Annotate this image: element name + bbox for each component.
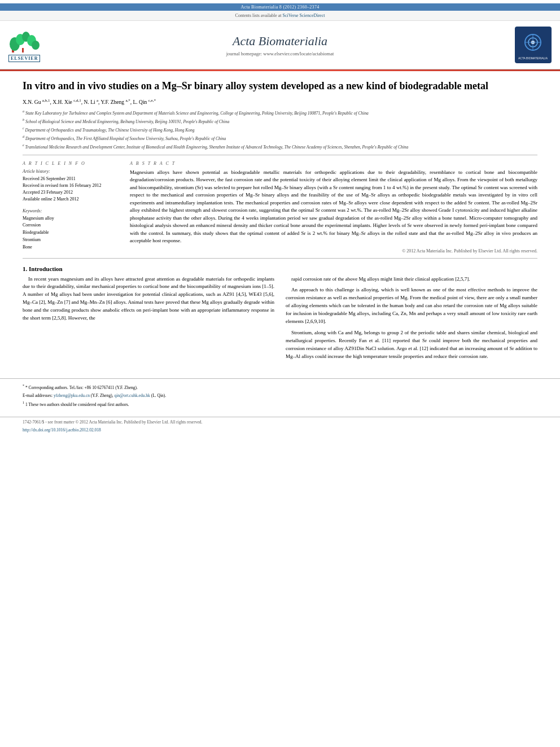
email-link-2[interactable]: qin@ort.cuhk.edu.hk	[114, 393, 150, 398]
keywords-list: Magnesium alloy Corrosion Biodegradable …	[23, 215, 121, 251]
affil-sup-b: c,d,1	[73, 98, 81, 103]
keyword-5: Bone	[23, 244, 121, 251]
keyword-2: Corrosion	[23, 222, 121, 229]
journal-volume-info: Acta Biomaterialia 8 (2012) 2360–2374	[240, 5, 319, 10]
doi-link[interactable]: http://dx.doi.org/10.1016/j.actbio.2012.…	[23, 427, 101, 433]
received-date: Received 26 September 2011	[23, 176, 121, 182]
intro-paragraph-2: rapid corrosion rate of the above Mg all…	[286, 276, 537, 283]
footnotes-area: * * Corresponding authors. Tel./fax: +86…	[0, 378, 560, 414]
keyword-1: Magnesium alloy	[23, 215, 121, 222]
affil-text-b: School of Biological Science and Medical…	[25, 119, 229, 124]
affil-text-d: Department of Orthopaedics, The First Af…	[25, 136, 226, 141]
email-link-1[interactable]: yfzheng@pku.edu.cn	[54, 393, 90, 398]
journal-homepage: journal homepage: www.elsevier.com/locat…	[59, 51, 501, 56]
affil-key-b: b	[23, 118, 24, 121]
affil-sup-d: a,*	[125, 98, 130, 103]
journal-title-area: Acta Biomaterialia journal homepage: www…	[59, 34, 501, 56]
journal-logo-right: ACTA BIOMATERIALIA	[501, 27, 552, 63]
intro-paragraph-1: In recent years magnesium and its alloys…	[23, 276, 274, 323]
svg-point-5	[32, 41, 40, 50]
affil-key-d: d	[23, 135, 24, 138]
intro-paragraph-4: Strontium, along with Ca and Mg, belongs…	[286, 329, 537, 361]
divider-1	[23, 155, 537, 155]
abstract-label: A B S T R A C T	[130, 161, 537, 166]
revised-date: Received in revised form 16 February 201…	[23, 182, 121, 189]
intro-paragraph-3: An approach to this challenge is alloyin…	[286, 286, 537, 326]
copyright: © 2012 Acta Materialia Inc. Published by…	[130, 248, 537, 254]
intro-text-col1: In recent years magnesium and its alloys…	[23, 276, 274, 323]
doi-area: http://dx.doi.org/10.1016/j.actbio.2012.…	[0, 427, 560, 437]
journal-title: Acta Biomaterialia	[59, 34, 501, 49]
article-info-label: A R T I C L E I N F O	[23, 161, 121, 166]
elsevier-logo-area: ELSEVIER	[8, 28, 59, 62]
introduction-body: In recent years magnesium and its alloys…	[23, 276, 537, 364]
affil-key-c: c	[23, 126, 24, 130]
sciverse-link[interactable]: SciVerse ScienceDirect	[283, 13, 325, 18]
svg-rect-6	[22, 48, 24, 53]
affil-item-c: c Department of Orthopaedics and Traumat…	[23, 126, 537, 133]
introduction-heading: 1. Introduction	[23, 265, 537, 272]
info-abstract-section: A R T I C L E I N F O Article history: R…	[23, 161, 537, 254]
footnote-3: 1 1 These two authors should be consider…	[23, 400, 537, 408]
affil-item-a: a State Key Laboratory for Turbulence an…	[23, 109, 537, 116]
page: Acta Biomaterialia 8 (2012) 2360–2374 Co…	[0, 0, 560, 437]
available-date: Available online 2 March 2012	[23, 196, 121, 203]
article-content: In vitro and in vivo studies on a Mg–Sr …	[0, 71, 560, 373]
keywords-label: Keywords:	[23, 208, 121, 213]
divider-2	[23, 258, 537, 259]
svg-text:ACTA BIOMATERIALIA: ACTA BIOMATERIALIA	[518, 56, 548, 60]
article-info-column: A R T I C L E I N F O Article history: R…	[23, 161, 121, 254]
affil-item-e: e Translational Medicine Research and De…	[23, 143, 537, 150]
affil-sup-a: a,b,1	[42, 98, 50, 103]
affil-item-d: d Department of Orthopaedics, The First …	[23, 134, 537, 142]
keyword-4: Strontium	[23, 237, 121, 244]
abstract-text: Magnesium alloys have shown potential as…	[130, 169, 537, 245]
journal-top-bar: Acta Biomaterialia 8 (2012) 2360–2374	[0, 3, 560, 11]
acta-biomaterialia-icon: ACTA BIOMATERIALIA	[515, 27, 552, 63]
affil-key-a: a	[23, 110, 24, 113]
sciverse-bar: Contents lists available at SciVerse Sci…	[0, 11, 560, 21]
affiliations: a State Key Laboratory for Turbulence an…	[23, 109, 537, 150]
footnote-sup-1: 1	[23, 401, 24, 404]
affil-item-b: b School of Biological Science and Medic…	[23, 117, 537, 125]
affil-sup-c: a	[97, 98, 98, 103]
footer-issn: 1742-7061/$ - see front matter © 2012 Ac…	[23, 420, 202, 425]
elsevier-tree-icon	[9, 28, 40, 54]
sciverse-label: Contents lists available at	[235, 13, 282, 18]
article-authors: X.N. Gu a,b,1, X.H. Xie c,d,1, N. Li a, …	[23, 98, 537, 105]
abstract-column: A B S T R A C T Magnesium alloys have sh…	[130, 161, 537, 254]
footnote-1: * * Corresponding authors. Tel./fax: +86…	[23, 383, 537, 391]
affil-text-c: Department of Orthopaedics and Traumatol…	[25, 127, 195, 132]
introduction-col1: In recent years magnesium and its alloys…	[23, 276, 274, 364]
elsevier-text: ELSEVIER	[8, 55, 40, 62]
journal-banner: ELSEVIER Acta Biomaterialia journal home…	[0, 21, 560, 69]
affil-key-e: e	[23, 143, 24, 147]
accepted-date: Accepted 23 February 2012	[23, 189, 121, 196]
page-footer: 1742-7061/$ - see front matter © 2012 Ac…	[0, 417, 560, 427]
footnote-star-1: *	[23, 384, 24, 387]
article-title: In vitro and in vivo studies on a Mg–Sr …	[23, 80, 537, 93]
introduction-col2: rapid corrosion rate of the above Mg all…	[286, 276, 537, 364]
journal-header: Acta Biomaterialia 8 (2012) 2360–2374 Co…	[0, 0, 560, 69]
elsevier-logo: ELSEVIER	[8, 28, 40, 62]
intro-text-col2: rapid corrosion rate of the above Mg all…	[286, 276, 537, 361]
footnote-2: E-mail addresses: yfzheng@pku.edu.cn (Y.…	[23, 392, 537, 399]
history-label: Article history:	[23, 169, 121, 174]
affil-text-e: Translational Medicine Research and Deve…	[25, 144, 409, 149]
introduction-section: 1. Introduction In recent years magnesiu…	[23, 265, 537, 364]
affil-text-a: State Key Laboratory for Turbulence and …	[25, 110, 369, 115]
keyword-3: Biodegradable	[23, 229, 121, 237]
affil-sup-e: c,e,*	[148, 98, 156, 103]
